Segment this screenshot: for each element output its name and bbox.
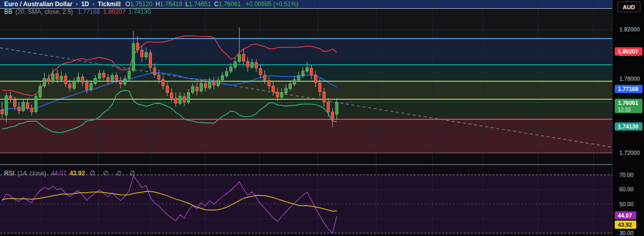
candle-body: [306, 68, 309, 71]
candle-body: [60, 76, 63, 80]
bb-name[interactable]: BB: [4, 8, 12, 15]
rsi-tick-70.00: 70.00: [619, 171, 644, 179]
chart-window: Euro / Australian Dollar·1D·Tickmill O1.…: [0, 0, 644, 236]
candle-body: [107, 78, 109, 81]
candle-body: [289, 84, 292, 88]
candle-body: [162, 80, 164, 86]
main-chart-pane[interactable]: Euro / Australian Dollar·1D·Tickmill O1.…: [0, 0, 612, 165]
candle-body: [268, 81, 270, 86]
separator-dot: ·: [76, 1, 78, 8]
bb-indicator-header[interactable]: BB(20, SMA, close, 2.5) 1.771681.802071.…: [4, 9, 154, 15]
price-tick-1.72000: 1.72000: [619, 149, 644, 157]
candle-body: [200, 83, 202, 91]
candle-body: [128, 71, 130, 78]
candle-body: [124, 79, 126, 84]
candle-body: [331, 112, 334, 120]
candle-body: [81, 77, 84, 82]
rsi-params: (14, close): [17, 170, 46, 177]
change-value: +0.00885 (+0.51%): [245, 1, 298, 8]
candle-body: [77, 77, 80, 81]
candle-body: [238, 55, 241, 61]
rsi-name[interactable]: RSI: [4, 170, 14, 177]
candle-body: [213, 81, 215, 85]
candle-body: [234, 62, 236, 67]
candle-body: [18, 107, 21, 111]
candle-body: [120, 81, 122, 84]
zone-red: [0, 119, 612, 153]
rsi-tick-60.00: 60.00: [619, 185, 644, 193]
main-chart-canvas[interactable]: [0, 0, 612, 165]
candle-body: [179, 96, 181, 103]
candle-body: [13, 100, 16, 106]
candle-body: [9, 96, 12, 100]
candle-body: [64, 76, 67, 84]
candle-body: [43, 79, 46, 86]
bb-upper-label: 1.80207: [615, 47, 642, 56]
candle-body: [73, 81, 75, 88]
candle-body: [192, 87, 194, 93]
price-scale[interactable]: AUD 1.820001.800001.780001.7200070.0060.…: [612, 0, 644, 236]
high-value: 1.76419: [160, 1, 182, 8]
pane-separator[interactable]: [0, 164, 644, 165]
candle-body: [259, 68, 262, 75]
candle-body: [115, 75, 118, 80]
separator-dot: ·: [92, 1, 94, 8]
low-letter: L: [185, 1, 189, 8]
candle-body: [171, 93, 173, 98]
candle-body: [247, 61, 249, 67]
bb-params: (20, SMA, close, 2.5): [15, 8, 73, 15]
rsi-tick-50.00: 50.00: [619, 200, 644, 208]
candle-body: [30, 108, 33, 112]
rsi-indicator-header[interactable]: RSI(14, close) 44.0743.92 ∅ ∅ ∅ ∅: [4, 170, 141, 177]
candle-body: [132, 44, 135, 71]
candle-body: [221, 76, 224, 80]
symbol-title[interactable]: Euro / Australian Dollar: [4, 1, 72, 8]
candle-body: [158, 75, 160, 79]
candle-body: [56, 74, 59, 79]
candle-body: [285, 88, 287, 93]
candle-body: [86, 83, 88, 89]
candle-body: [26, 103, 29, 108]
candle-body: [327, 102, 330, 112]
zone-green: [0, 99, 612, 119]
candle-body: [318, 83, 321, 92]
candle-body: [310, 68, 313, 75]
candle-countdown: 12:33: [618, 106, 642, 113]
candle-body: [103, 73, 105, 77]
rsi-tick-30.00: 30.00: [619, 229, 644, 236]
rsi-empty-values: ∅ ∅ ∅ ∅: [90, 170, 138, 177]
candle-body: [47, 79, 50, 81]
candle-body: [263, 75, 266, 80]
candle-body: [5, 96, 8, 115]
current-price-label: 1.7606112:33: [615, 99, 642, 113]
rsi-pane[interactable]: RSI(14, close) 44.0743.92 ∅ ∅ ∅ ∅: [0, 166, 612, 236]
candle-body: [141, 50, 143, 57]
candle-body: [297, 76, 300, 80]
zone-blue: [0, 39, 612, 65]
candle-body: [111, 76, 113, 81]
candle-body: [22, 102, 25, 111]
candle-body: [251, 62, 253, 67]
candle-body: [39, 86, 42, 97]
currency-toggle-button[interactable]: AUD: [617, 2, 640, 12]
candle-body: [255, 63, 258, 68]
rsi-value-label: 44.07: [615, 211, 636, 220]
candle-body: [35, 97, 37, 112]
candle-body: [196, 87, 198, 90]
candle-body: [301, 71, 304, 76]
price-tick-1.78000: 1.78000: [619, 75, 644, 83]
timeframe-label[interactable]: 1D: [81, 1, 89, 8]
bb-basis-label: 1.77168: [615, 85, 642, 93]
bb-upper-value: 1.80207: [103, 8, 125, 15]
symbol-header[interactable]: Euro / Australian Dollar·1D·Tickmill O1.…: [4, 1, 301, 8]
candle-body: [137, 43, 139, 50]
candle-body: [94, 79, 97, 84]
candle-body: [149, 53, 151, 68]
candle-body: [166, 86, 168, 93]
candle-body: [209, 81, 211, 88]
bb-lower-label: 1.74130: [615, 122, 642, 131]
rsi-ma-value: 43.92: [69, 170, 85, 177]
candle-body: [69, 84, 71, 88]
close-letter: C: [214, 1, 219, 8]
candle-body: [204, 84, 207, 88]
